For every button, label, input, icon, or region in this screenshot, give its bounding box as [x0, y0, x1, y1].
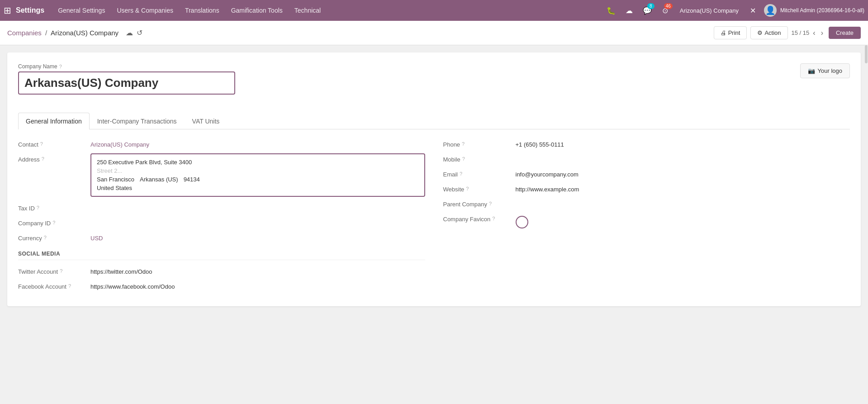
chat-badge: 8: [647, 3, 655, 9]
currency-row: Currency ? USD: [18, 232, 425, 242]
gear-icon: ⚙: [757, 29, 763, 36]
form-left: Contact ? Arizona(US) Company Address ? …: [18, 138, 425, 295]
website-label: Website: [443, 186, 465, 193]
breadcrumb-separator: /: [45, 29, 47, 37]
address-row: Address ? 250 Executive Park Blvd, Suite…: [18, 153, 425, 197]
form-body: Contact ? Arizona(US) Company Address ? …: [18, 138, 850, 295]
address-street2[interactable]: Street 2...: [97, 167, 419, 174]
currency-help-icon[interactable]: ?: [44, 235, 47, 240]
cloud-icon[interactable]: ☁: [622, 3, 636, 18]
create-button[interactable]: Create: [829, 27, 861, 39]
company-name-help-icon[interactable]: ?: [59, 64, 62, 69]
mobile-row: Mobile ?: [443, 153, 850, 163]
action-button[interactable]: ⚙ Action: [750, 26, 787, 39]
nav-technical[interactable]: Technical: [289, 0, 326, 21]
camera-icon: 📷: [808, 67, 815, 74]
phone-row: Phone ? +1 (650) 555-0111: [443, 138, 850, 148]
prev-arrow[interactable]: ‹: [811, 27, 817, 39]
website-row: Website ? http://www.example.com: [443, 183, 850, 193]
next-arrow[interactable]: ›: [819, 27, 825, 39]
company-id-label: Company ID: [18, 220, 51, 227]
apps-icon[interactable]: ⊞: [4, 5, 11, 16]
website-help-icon[interactable]: ?: [466, 186, 469, 191]
tab-vat-units[interactable]: VAT Units: [185, 113, 228, 129]
mobile-help-icon[interactable]: ?: [462, 156, 465, 162]
scrollbar-thumb: [865, 45, 868, 63]
breadcrumb-bar: Companies / Arizona(US) Company ☁ ↺ 🖨 Pr…: [0, 21, 868, 45]
nav-gamification[interactable]: Gamification Tools: [226, 0, 288, 21]
currency-label: Currency: [18, 235, 42, 242]
breadcrumb-parent[interactable]: Companies: [7, 29, 42, 37]
tax-id-help-icon[interactable]: ?: [37, 205, 39, 210]
print-icon: 🖨: [721, 29, 726, 36]
company-name-input-wrapper: [18, 71, 235, 95]
cloud-upload-icon[interactable]: ☁: [126, 29, 133, 37]
company-id-help-icon[interactable]: ?: [52, 220, 55, 225]
nav-translations[interactable]: Translations: [180, 0, 225, 21]
address-zip[interactable]: 94134: [184, 176, 200, 183]
app-title: Settings: [16, 6, 44, 14]
logo-button[interactable]: 📷 Your logo: [800, 63, 850, 78]
bug-icon[interactable]: 🐛: [604, 3, 618, 18]
website-value: http://www.example.com: [516, 183, 850, 193]
address-street[interactable]: 250 Executive Park Blvd, Suite 3400: [97, 159, 419, 166]
twitter-help-icon[interactable]: ?: [60, 268, 62, 274]
user-avatar[interactable]: 👤: [764, 4, 777, 17]
phone-value: +1 (650) 555-0111: [516, 138, 850, 148]
parent-company-help-icon[interactable]: ?: [489, 201, 492, 206]
contact-help-icon[interactable]: ?: [40, 141, 43, 147]
twitter-value[interactable]: https://twitter.com/Odoo: [90, 268, 152, 275]
email-label: Email: [443, 171, 458, 178]
tax-id-input[interactable]: [90, 205, 425, 212]
twitter-label: Twitter Account: [18, 268, 58, 275]
address-label: Address: [18, 156, 40, 163]
tabs: General Information Inter-Company Transa…: [18, 113, 850, 129]
social-media-header: SOCIAL MEDIA: [18, 251, 425, 260]
mobile-label: Mobile: [443, 156, 460, 163]
facebook-help-icon[interactable]: ?: [68, 283, 71, 289]
mobile-input[interactable]: [516, 156, 850, 163]
company-id-input[interactable]: [90, 220, 425, 227]
settings-icon[interactable]: ✕: [746, 3, 760, 18]
contact-value[interactable]: Arizona(US) Company: [90, 141, 149, 148]
address-box: 250 Executive Park Blvd, Suite 3400 Stre…: [90, 153, 425, 197]
email-row: Email ? info@yourcompany.com: [443, 168, 850, 178]
address-country[interactable]: United States: [97, 185, 419, 191]
company-name-nav: Arizona(US) Company: [680, 7, 739, 14]
twitter-row: Twitter Account ? https://twitter.com/Od…: [18, 266, 425, 275]
nav-users-companies[interactable]: Users & Companies: [111, 0, 179, 21]
address-city[interactable]: San Francisco: [97, 176, 134, 183]
email-value: info@yourcompany.com: [516, 168, 850, 178]
breadcrumb-current: Arizona(US) Company: [51, 29, 119, 37]
nav-general-settings[interactable]: General Settings: [52, 0, 110, 21]
currency-value[interactable]: USD: [90, 235, 103, 242]
activity-icon[interactable]: ⊙ 46: [658, 3, 673, 18]
address-help-icon[interactable]: ?: [42, 156, 44, 162]
user-name[interactable]: Mitchell Admin (20366964-16-0-all): [780, 7, 864, 14]
tab-general-info[interactable]: General Information: [18, 113, 90, 129]
form-card: Company Name ? 📷 Your logo General Infor…: [7, 52, 861, 306]
tax-id-row: Tax ID ?: [18, 202, 425, 212]
pagination: 15 / 15 ‹ ›: [792, 27, 825, 39]
chat-icon[interactable]: 💬 8: [640, 3, 655, 18]
tax-id-label: Tax ID: [18, 205, 35, 212]
facebook-value[interactable]: https://www.facebook.com/Odoo: [90, 283, 175, 290]
company-favicon-label: Company Favicon: [443, 216, 491, 223]
scrollbar[interactable]: [864, 45, 868, 404]
activity-badge: 46: [664, 3, 673, 9]
phone-help-icon[interactable]: ?: [462, 141, 465, 147]
top-navigation: ⊞ Settings General Settings Users & Comp…: [0, 0, 868, 21]
email-help-icon[interactable]: ?: [460, 171, 462, 176]
tab-inter-company[interactable]: Inter-Company Transactions: [90, 113, 185, 129]
company-id-row: Company ID ?: [18, 217, 425, 227]
print-button[interactable]: 🖨 Print: [714, 26, 747, 39]
company-favicon-help-icon[interactable]: ?: [492, 216, 495, 221]
address-state[interactable]: Arkansas (US): [140, 176, 178, 183]
parent-company-input[interactable]: [516, 201, 850, 208]
refresh-icon[interactable]: ↺: [137, 29, 142, 37]
company-favicon-preview[interactable]: [516, 216, 528, 228]
company-name-label: Company Name: [18, 63, 57, 70]
parent-company-label: Parent Company: [443, 201, 488, 208]
facebook-label: Facebook Account: [18, 283, 66, 290]
company-name-input[interactable]: [24, 76, 229, 90]
